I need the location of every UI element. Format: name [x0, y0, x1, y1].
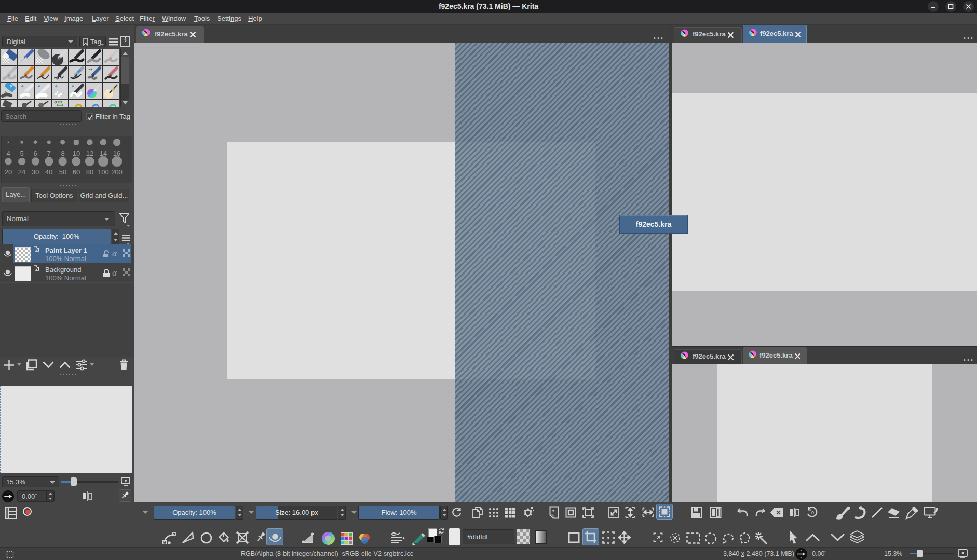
svg-text:0: 0: [811, 510, 814, 515]
